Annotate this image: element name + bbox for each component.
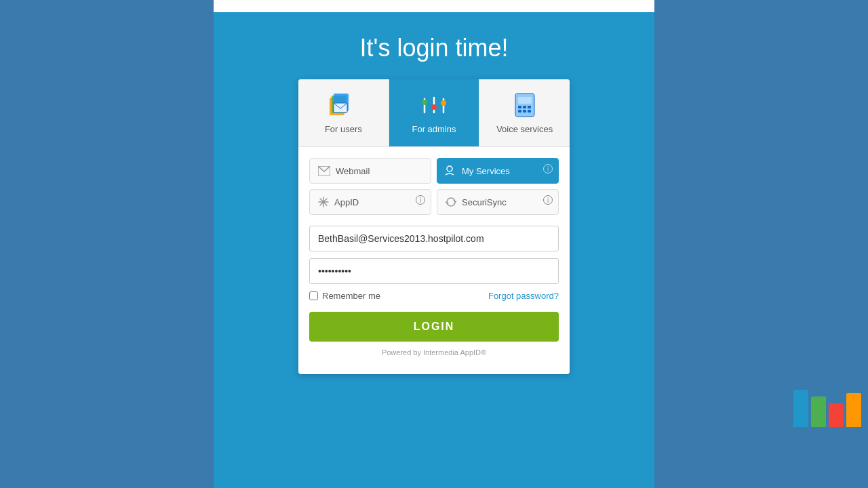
login-button[interactable]: LOGIN (309, 312, 559, 342)
svg-rect-12 (518, 106, 521, 108)
svg-rect-15 (518, 110, 521, 113)
service-webmail[interactable]: Webmail (309, 158, 431, 184)
users-icon (327, 92, 359, 119)
tab-users[interactable]: For users (298, 79, 389, 146)
top-bar (214, 0, 654, 12)
center-panel: It's login time! For users (214, 0, 654, 488)
service-my-services[interactable]: My Services i (437, 158, 559, 184)
service-securisync-label: SecuriSync (462, 197, 507, 207)
svg-point-19 (447, 166, 452, 171)
tab-voice[interactable]: Voice services (479, 79, 570, 146)
voice-icon (509, 92, 541, 119)
password-input[interactable] (309, 258, 559, 284)
svg-rect-17 (528, 110, 531, 113)
svg-rect-16 (523, 110, 526, 113)
tab-admins[interactable]: For admins (389, 79, 480, 146)
left-panel (0, 0, 214, 488)
color-bar-green (811, 396, 826, 427)
page-title: It's login time! (360, 34, 509, 62)
right-panel (654, 0, 868, 488)
form-area: Remember me Forgot password? LOGIN Power… (298, 226, 570, 374)
securisync-info-icon[interactable]: i (543, 195, 553, 205)
color-bars (793, 386, 861, 427)
login-card: For users For admins (298, 79, 570, 374)
svg-rect-13 (523, 106, 526, 108)
my-services-info-icon[interactable]: i (543, 164, 553, 174)
form-options-row: Remember me Forgot password? (309, 291, 559, 301)
services-grid: Webmail My Services i AppID i (298, 147, 570, 226)
svg-point-5 (422, 100, 427, 105)
service-securisync[interactable]: SecuriSync i (437, 189, 559, 215)
svg-rect-14 (528, 106, 531, 108)
remember-me-checkbox[interactable] (309, 291, 318, 300)
svg-point-7 (431, 104, 437, 110)
color-bar-blue (793, 390, 808, 427)
email-input[interactable] (309, 226, 559, 251)
tabs-row: For users For admins (298, 79, 570, 147)
svg-point-9 (441, 100, 446, 106)
admins-icon (418, 92, 450, 119)
tab-users-label: For users (325, 124, 362, 134)
color-bar-orange (846, 393, 861, 427)
service-appid[interactable]: AppID i (309, 189, 431, 215)
powered-by-text: Powered by Intermedia AppID® (309, 342, 559, 363)
color-bar-red (829, 403, 844, 427)
appid-info-icon[interactable]: i (416, 195, 425, 205)
remember-me-label[interactable]: Remember me (309, 291, 380, 301)
service-my-services-label: My Services (462, 166, 510, 176)
service-appid-label: AppID (334, 197, 359, 207)
tab-voice-label: Voice services (496, 124, 553, 134)
tab-admins-label: For admins (412, 124, 456, 134)
svg-rect-11 (518, 97, 532, 104)
service-webmail-label: Webmail (336, 166, 370, 176)
forgot-password-link[interactable]: Forgot password? (488, 291, 559, 301)
